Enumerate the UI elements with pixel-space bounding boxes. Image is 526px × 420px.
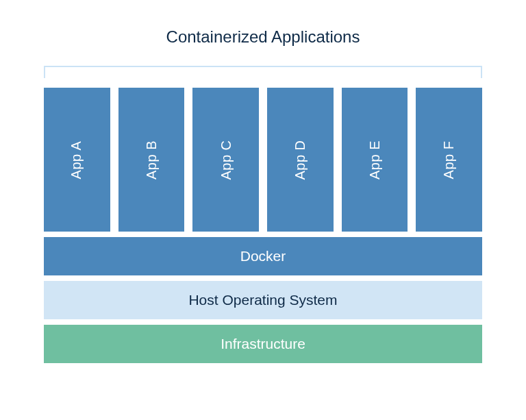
diagram-title: Containerized Applications bbox=[166, 27, 360, 47]
app-label: App C bbox=[218, 140, 234, 180]
layer-infrastructure: Infrastructure bbox=[44, 325, 482, 363]
app-box-f: App F bbox=[416, 88, 482, 232]
apps-bracket bbox=[44, 66, 482, 78]
app-label: App A bbox=[69, 140, 85, 179]
app-box-c: App C bbox=[192, 88, 259, 232]
app-box-b: App B bbox=[118, 88, 185, 232]
layer-host: Host Operating System bbox=[44, 281, 482, 319]
app-box-a: App A bbox=[44, 88, 110, 232]
app-label: App D bbox=[292, 140, 308, 180]
app-box-e: App E bbox=[342, 88, 408, 232]
apps-row: App A App B App C App D App E App F bbox=[44, 88, 482, 232]
layer-docker: Docker bbox=[44, 237, 482, 275]
app-label: App E bbox=[367, 140, 383, 180]
app-box-d: App D bbox=[267, 88, 334, 232]
app-label: App F bbox=[441, 140, 457, 179]
app-label: App B bbox=[144, 140, 160, 180]
